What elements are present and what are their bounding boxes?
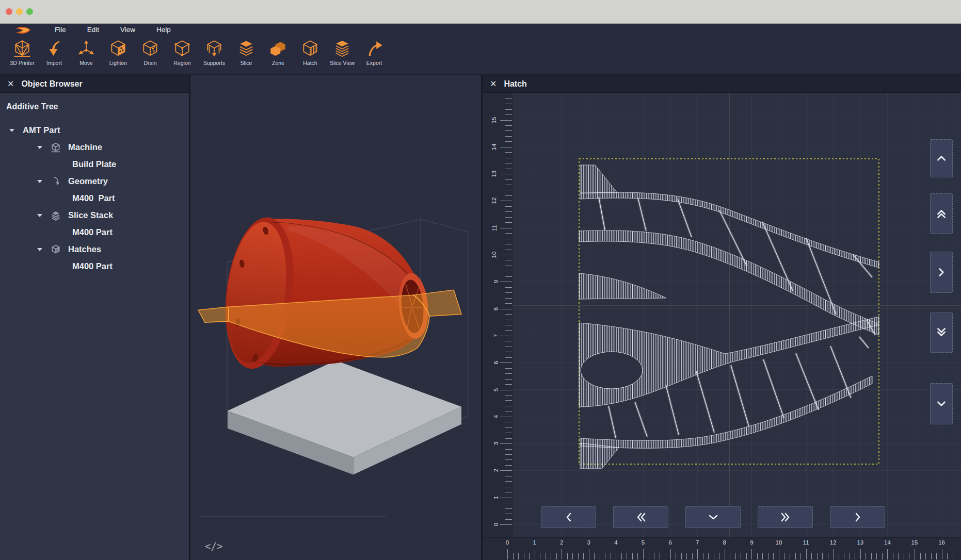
tree-item-build-plate[interactable]: Build Plate: [0, 156, 189, 173]
slice-view-button[interactable]: Slice View: [326, 36, 358, 66]
hatch-cube-icon: [300, 39, 320, 58]
supports-cube-icon: [204, 39, 224, 58]
step-up-button[interactable]: [930, 139, 953, 177]
double-chevron-up-icon: [935, 207, 948, 220]
chevron-down-icon: [707, 511, 719, 523]
geometry-arrow-icon: [51, 176, 61, 187]
window-titlebar: [0, 0, 961, 24]
chevron-up-icon: [935, 152, 948, 165]
tool-label: Drain: [143, 60, 156, 66]
menu-view[interactable]: View: [120, 26, 135, 34]
hatch-cross-section: [512, 93, 961, 537]
region-button[interactable]: Region: [166, 36, 198, 66]
machine-cube-icon: [51, 142, 61, 153]
menu-file[interactable]: File: [55, 26, 66, 34]
hatches-cube-icon: [51, 244, 61, 255]
tree-item-machine[interactable]: Machine: [0, 139, 189, 156]
slice-view-layers-icon: [332, 39, 352, 58]
step-down-button[interactable]: [930, 383, 953, 424]
code-view-button[interactable]: </>: [205, 540, 222, 552]
object-browser-panel: ✕ Object Browser Additive Tree AMT Part …: [0, 75, 189, 560]
zone-button[interactable]: Zone: [262, 36, 294, 66]
down-slice-button[interactable]: [685, 506, 741, 528]
chevron-down-icon[interactable]: [37, 248, 42, 251]
tool-label: 3D Printer: [10, 60, 34, 66]
chevron-down-icon[interactable]: [9, 129, 14, 132]
chevron-right-icon: [935, 266, 948, 279]
lighten-button[interactable]: Lighten: [102, 36, 134, 66]
slice-layers-icon: [236, 39, 256, 58]
tool-label: Region: [173, 60, 190, 66]
import-button[interactable]: Import: [38, 36, 70, 66]
lighten-cube-icon: [108, 39, 128, 58]
drain-cube-icon: [140, 39, 160, 58]
tool-label: Import: [46, 60, 62, 66]
tree-item-m400-part-slice[interactable]: M400 Part: [0, 224, 189, 241]
tree-item-slice-stack[interactable]: Slice Stack: [0, 207, 189, 224]
hatch-h-ruler: 012345678910111213141516: [483, 537, 961, 560]
page-up-button[interactable]: [930, 193, 953, 234]
tree-item-geometry[interactable]: Geometry: [0, 173, 189, 190]
export-arrow-icon: [364, 39, 384, 58]
tool-label: Zone: [272, 60, 284, 66]
import-arrow-icon: [44, 39, 64, 58]
region-cube-icon: [172, 39, 192, 58]
3d-printer-button[interactable]: 3D Printer: [6, 36, 38, 66]
tool-label: Supports: [203, 60, 225, 66]
tool-label: Lighten: [109, 60, 127, 66]
double-chevron-right-icon: [779, 511, 792, 523]
tree-item-hatches[interactable]: Hatches: [0, 241, 189, 258]
flame-comet-logo-icon: [12, 25, 32, 35]
build-plate: [228, 360, 461, 475]
additive-tree-title: Additive Tree: [6, 102, 189, 111]
page-down-button[interactable]: [930, 312, 953, 353]
drain-button[interactable]: Drain: [134, 36, 166, 66]
minimize-window-button[interactable]: [16, 8, 23, 15]
move-arrows-icon: [76, 39, 96, 58]
panel-title: Hatch: [504, 79, 526, 89]
hatch-button[interactable]: Hatch: [294, 36, 326, 66]
move-button[interactable]: Move: [70, 36, 102, 66]
hatch-v-ruler: 0123456789101112131415: [483, 93, 512, 537]
hatch-canvas[interactable]: [512, 93, 961, 537]
step-right-button[interactable]: [930, 252, 953, 293]
hatch-header: ✕ Hatch: [483, 75, 961, 93]
zoom-window-button[interactable]: [26, 8, 33, 15]
fast-next-slice-button[interactable]: [758, 506, 813, 528]
viewport-3d[interactable]: </>: [190, 75, 481, 560]
double-chevron-left-icon: [634, 511, 648, 523]
chevron-down-icon[interactable]: [37, 180, 42, 183]
tree-item-amt-part[interactable]: AMT Part: [0, 122, 189, 139]
menu-bar: File Edit View Help: [0, 24, 961, 36]
close-window-button[interactable]: [6, 8, 12, 15]
object-browser-header: ✕ Object Browser: [0, 75, 189, 93]
panel-title: Object Browser: [21, 79, 82, 89]
close-icon[interactable]: ✕: [490, 80, 496, 88]
tool-label: Slice: [241, 60, 252, 66]
tool-label: Export: [366, 60, 382, 66]
supports-button[interactable]: Supports: [198, 36, 230, 66]
next-slice-button[interactable]: [830, 506, 885, 528]
chevron-down-icon[interactable]: [37, 214, 42, 217]
tool-label: Slice View: [330, 60, 355, 66]
main-toolbar: 3D Printer Import Move Lighten: [0, 36, 961, 75]
tool-label: Move: [79, 60, 93, 66]
double-chevron-down-icon: [935, 326, 948, 339]
fast-prev-slice-button[interactable]: [613, 506, 668, 528]
slice-button[interactable]: Slice: [230, 36, 262, 66]
zone-cubes-icon: [268, 39, 288, 58]
slice-stack-icon: [51, 210, 61, 221]
export-button[interactable]: Export: [358, 36, 390, 66]
menu-help[interactable]: Help: [156, 26, 171, 34]
chevron-left-icon: [563, 511, 575, 523]
close-icon[interactable]: ✕: [7, 80, 14, 88]
prev-slice-button[interactable]: [541, 506, 596, 528]
printer-cube-icon: [12, 39, 32, 58]
scene-3d: [190, 75, 481, 559]
tree-item-m400-part-geometry[interactable]: M400 Part: [0, 190, 189, 207]
chevron-right-icon: [852, 511, 864, 523]
tree-item-m400-part-hatches[interactable]: M400 Part: [0, 258, 189, 275]
menu-edit[interactable]: Edit: [87, 26, 99, 34]
chevron-down-icon[interactable]: [37, 146, 42, 149]
tool-label: Hatch: [303, 60, 317, 66]
